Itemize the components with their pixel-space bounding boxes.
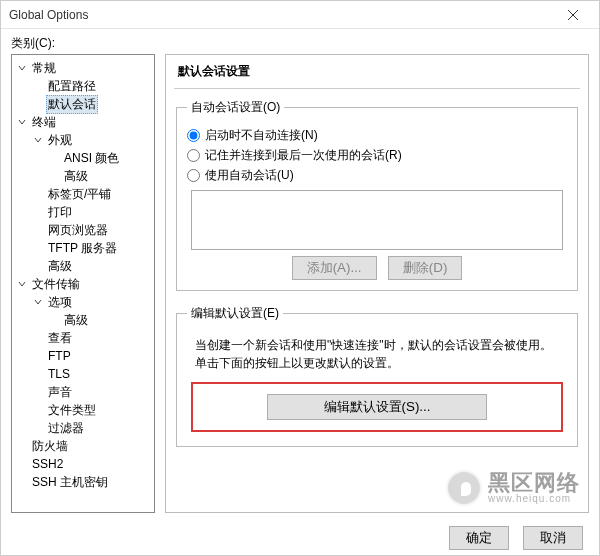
edit-default-group: 编辑默认设置(E) 当创建一个新会话和使用"快速连接"时，默认的会话设置会被使用… bbox=[176, 305, 578, 447]
chevron-down-icon bbox=[16, 116, 28, 128]
tree-node-tftp[interactable]: TFTP 服务器 bbox=[30, 239, 152, 257]
radio-remember-last-input[interactable] bbox=[187, 149, 200, 162]
global-options-window: Global Options 类别(C): 常规 配置路径 默认会话 bbox=[0, 0, 600, 556]
radio-use-auto-session[interactable]: 使用自动会话(U) bbox=[187, 167, 567, 184]
edit-hint: 当创建一个新会话和使用"快速连接"时，默认的会话设置会被使用。 单击下面的按钮上… bbox=[195, 336, 559, 372]
auto-session-legend: 自动会话设置(O) bbox=[187, 99, 284, 116]
tree-node-print[interactable]: 打印 bbox=[30, 203, 152, 221]
tree-node-browser[interactable]: 网页浏览器 bbox=[30, 221, 152, 239]
tree-node-file-type[interactable]: 文件类型 bbox=[30, 401, 152, 419]
auto-session-group: 自动会话设置(O) 启动时不自动连接(N) 记住并连接到最后一次使用的会话(R)… bbox=[176, 99, 578, 291]
tree-node-advanced-3[interactable]: 高级 bbox=[46, 311, 152, 329]
tree-node-ansi[interactable]: ANSI 颜色 bbox=[46, 149, 152, 167]
ok-button[interactable]: 确定 bbox=[449, 526, 509, 550]
watermark-main: 黑区网络 bbox=[488, 472, 580, 494]
tree-node-advanced-2[interactable]: 高级 bbox=[30, 257, 152, 275]
tree-node-default-session[interactable]: 默认会话 bbox=[30, 95, 152, 113]
radio-use-auto-session-input[interactable] bbox=[187, 169, 200, 182]
tree-node-filter[interactable]: 过滤器 bbox=[30, 419, 152, 437]
tree-node-tls[interactable]: TLS bbox=[30, 365, 152, 383]
tree-node-sound[interactable]: 声音 bbox=[30, 383, 152, 401]
window-title: Global Options bbox=[7, 8, 553, 22]
dialog-footer: 确定 取消 bbox=[1, 521, 599, 555]
watermark-sub: www.heiqu.com bbox=[488, 494, 580, 504]
watermark: 黑区网络 www.heiqu.com bbox=[446, 470, 580, 506]
chevron-down-icon bbox=[16, 278, 28, 290]
tree-node-view[interactable]: 查看 bbox=[30, 329, 152, 347]
tree-node-ssh-hostkey[interactable]: SSH 主机密钥 bbox=[14, 473, 152, 491]
tree-node-terminal[interactable]: 终端 bbox=[14, 113, 152, 131]
close-button[interactable] bbox=[553, 1, 593, 28]
tree-node-file-transfer[interactable]: 文件传输 bbox=[14, 275, 152, 293]
radio-remember-last[interactable]: 记住并连接到最后一次使用的会话(R) bbox=[187, 147, 567, 164]
tree-node-tabs[interactable]: 标签页/平铺 bbox=[30, 185, 152, 203]
cancel-button[interactable]: 取消 bbox=[523, 526, 583, 550]
delete-button[interactable]: 删除(D) bbox=[388, 256, 463, 280]
tree-node-config-path[interactable]: 配置路径 bbox=[30, 77, 152, 95]
auto-session-list[interactable] bbox=[191, 190, 563, 250]
tree-node-firewall[interactable]: 防火墙 bbox=[14, 437, 152, 455]
tree-node-options[interactable]: 选项 bbox=[30, 293, 152, 311]
add-button[interactable]: 添加(A)... bbox=[292, 256, 377, 280]
close-icon bbox=[568, 10, 578, 20]
category-label: 类别(C): bbox=[11, 35, 589, 52]
settings-pane: 默认会话设置 自动会话设置(O) 启动时不自动连接(N) 记住并连接到最后一次使… bbox=[165, 54, 589, 513]
edit-default-settings-button[interactable]: 编辑默认设置(S)... bbox=[267, 394, 487, 420]
category-tree[interactable]: 常规 配置路径 默认会话 终端 bbox=[11, 54, 155, 513]
titlebar: Global Options bbox=[1, 1, 599, 29]
radio-no-auto-connect[interactable]: 启动时不自动连接(N) bbox=[187, 127, 567, 144]
chevron-down-icon bbox=[32, 296, 44, 308]
tree-node-advanced-1[interactable]: 高级 bbox=[46, 167, 152, 185]
edit-button-highlight: 编辑默认设置(S)... bbox=[191, 382, 563, 432]
tree-node-ssh2[interactable]: SSH2 bbox=[14, 455, 152, 473]
edit-default-legend: 编辑默认设置(E) bbox=[187, 305, 283, 322]
tree-node-appearance[interactable]: 外观 bbox=[30, 131, 152, 149]
watermark-icon bbox=[446, 470, 482, 506]
radio-no-auto-connect-input[interactable] bbox=[187, 129, 200, 142]
tree-node-ftp[interactable]: FTP bbox=[30, 347, 152, 365]
tree-node-general[interactable]: 常规 bbox=[14, 59, 152, 77]
dialog-body: 类别(C): 常规 配置路径 默认会话 bbox=[1, 29, 599, 521]
chevron-down-icon bbox=[16, 62, 28, 74]
chevron-down-icon bbox=[32, 134, 44, 146]
pane-header: 默认会话设置 bbox=[174, 57, 580, 89]
